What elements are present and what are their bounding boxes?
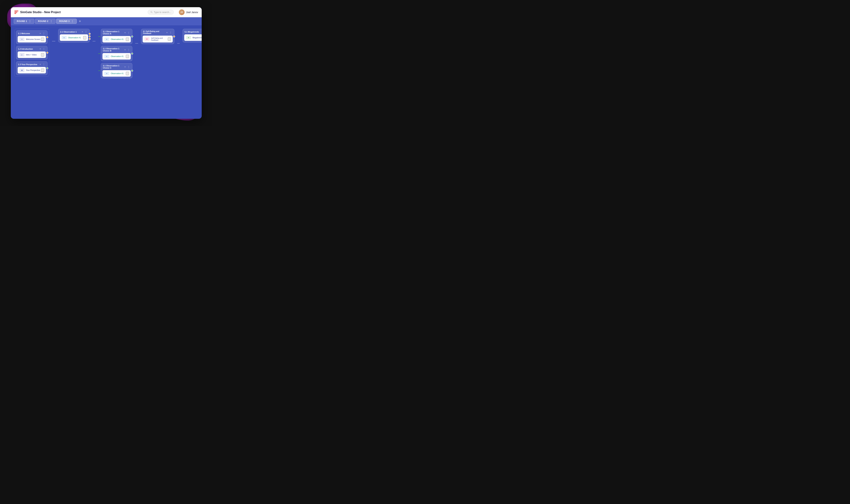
obs-a-thumb-icon: ≡: [106, 38, 107, 40]
choice-a-row: 3.1 Observation 1 Choice A + ⋮ ≡ Observa…: [98, 29, 132, 44]
arrow-line-2-3: [92, 41, 96, 41]
group-1-2-add[interactable]: +: [39, 48, 41, 50]
connector-1-2-right: [47, 52, 48, 54]
group-1-3-add[interactable]: +: [39, 63, 41, 66]
group-4-1-actions: + ⋮: [166, 31, 172, 34]
scene-obs-a-left: ≡ Observation #1: [104, 37, 123, 41]
selfrating-thumb-icon: ⊕: [146, 38, 148, 40]
welcome-thumb-icon: ≡: [21, 38, 22, 40]
svg-line-1: [152, 13, 152, 13]
scene-selfrating-menu[interactable]: ⋮: [168, 37, 171, 41]
navbar: SimGate Studio - New Project Type to sea…: [11, 7, 202, 17]
column-2: 2.1 Observation 1 + ⋮ ≡ Observation #1 ⋮: [58, 29, 90, 42]
logo: SimGate Studio - New Project: [14, 11, 61, 14]
scene-obs-c-left: ≡ Observation #1: [104, 72, 123, 75]
scene-welcome-screen[interactable]: ≡ Welcome Screen ⋮: [18, 36, 46, 42]
group-1-3-menu[interactable]: ⋮: [42, 63, 46, 66]
scene-your-perspective[interactable]: ▦ Your Perspective ⋮: [18, 67, 46, 73]
group-1-2-title: 1.2 Introduction: [18, 48, 33, 50]
group-2-1: 2.1 Observation 1 + ⋮ ≡ Observation #1 ⋮: [58, 29, 90, 42]
group-3-1c: 3.1 Observation 1 Choice C + ⋮ ≡ Observa…: [101, 63, 132, 78]
main-window: SimGate Studio - New Project Type to sea…: [11, 7, 202, 119]
column-1: 1.1 Welcome + ⋮ ≡ Welcome Screen: [14, 29, 49, 77]
group-2-1-title: 2.1 Observation 1: [60, 31, 77, 33]
search-bar[interactable]: Type to search...: [148, 10, 174, 15]
scene-obs-b-menu[interactable]: ⋮: [126, 55, 129, 58]
scene-obs-choice-c[interactable]: ≡ Observation #1 ⋮: [102, 70, 131, 77]
scene-obs-c-name: Observation #1: [111, 72, 123, 74]
group-1-1-actions: + ⋮: [39, 32, 46, 35]
scene-obs-b-left: ≡ Observation #1: [104, 55, 123, 58]
group-3-1c-add[interactable]: +: [124, 66, 126, 68]
scene-intro-menu[interactable]: ⋮: [41, 53, 44, 56]
scene-obs-b-thumb: ≡: [104, 55, 109, 58]
scene-obs-a-thumb: ≡: [104, 37, 109, 41]
connector-4-right: [173, 36, 175, 37]
scene-welcome-menu[interactable]: ⋮: [41, 38, 44, 41]
arrow-line-3-4: [135, 43, 138, 43]
group-3-1b-menu[interactable]: ⋮: [127, 49, 131, 51]
scene-intro-video[interactable]: ▷ Intro + Video ⋮: [18, 52, 46, 58]
arrow-1-2: [52, 41, 55, 41]
scene-selfrating[interactable]: ⊕ Self-Rating and Feedback ⋮: [143, 36, 173, 42]
avatar: JJ: [179, 10, 185, 15]
scene-selfrating-left: ⊕ Self-Rating and Feedback: [144, 37, 168, 41]
group-3-1c-menu[interactable]: ⋮: [127, 66, 131, 68]
tab-round1-label: ROUND 1: [17, 20, 27, 22]
scene-perspective-menu[interactable]: ⋮: [41, 69, 44, 72]
tab-round2-menu[interactable]: ⋮: [50, 20, 53, 23]
scene-obs1-thumb: ≡: [62, 36, 67, 39]
tab-round1[interactable]: ROUND 1 ⋮: [14, 19, 34, 24]
tab-round3-menu[interactable]: ⋮: [71, 20, 74, 23]
group-1-1-menu[interactable]: ⋮: [42, 32, 46, 35]
group-3-1b-header: 3.1 Observation 1 Choice B + ⋮: [102, 48, 131, 52]
scene-observation1[interactable]: ≡ Observation #1 ⋮: [60, 34, 88, 41]
group-3-1b-add[interactable]: +: [124, 49, 126, 51]
group-1-1-header: 1.1 Welcome + ⋮: [18, 32, 46, 35]
connector-3b-right: [131, 53, 133, 55]
tab-round1-menu[interactable]: ⋮: [29, 20, 31, 23]
tab-round2[interactable]: ROUND 2 ⋮: [35, 19, 55, 24]
scene-obs-c-menu[interactable]: ⋮: [126, 72, 129, 75]
scene-megatrends-left: ⊕ Megatrends: [186, 36, 202, 39]
group-4-1-add[interactable]: +: [166, 31, 168, 34]
search-icon: [150, 11, 153, 13]
group-1-3-header: 1.3 Your Perspective + ⋮: [18, 63, 46, 66]
group-4-1-menu[interactable]: ⋮: [169, 31, 172, 34]
scene-obs1-menu[interactable]: ⋮: [83, 36, 86, 39]
group-5-1-header: 5.1 Megatrends + ⋮: [184, 31, 202, 33]
group-3-1c-actions: + ⋮: [124, 66, 131, 68]
canvas: 1.1 Welcome + ⋮ ≡ Welcome Screen: [11, 25, 202, 119]
group-1-2-menu[interactable]: ⋮: [42, 48, 46, 50]
scene-intro-thumb: ▷: [19, 53, 24, 56]
arrow-3-4: [135, 29, 138, 43]
tab-round3[interactable]: ROUND 3 ⋮: [56, 19, 77, 24]
group-4-1-title: 4.1 Self-Rating and Feedback: [143, 31, 166, 34]
round-tabs: ROUND 1 ⋮ ROUND 2 ⋮ ROUND 3 ⋮ +: [11, 17, 202, 25]
group-3-1b-actions: + ⋮: [124, 49, 131, 51]
connector-1-1-right: [47, 36, 48, 38]
tab-round3-label: ROUND 3: [59, 20, 70, 22]
group-3-1a-title: 3.1 Observation 1 Choice A: [103, 31, 124, 35]
connector-2-1a: [89, 33, 91, 35]
group-1-1-add[interactable]: +: [39, 32, 41, 35]
group-3-1a-menu[interactable]: ⋮: [127, 31, 131, 34]
group-3-1a-add[interactable]: +: [124, 31, 126, 34]
column-4: 4.1 Self-Rating and Feedback + ⋮ ⊕ Self-…: [141, 29, 174, 44]
scene-obs-choice-a[interactable]: ≡ Observation #1 ⋮: [102, 36, 131, 42]
search-placeholder: Type to search...: [154, 11, 171, 14]
group-2-1-menu[interactable]: ⋮: [84, 31, 88, 33]
scene-obs-a-menu[interactable]: ⋮: [126, 38, 129, 41]
tab-round2-label: ROUND 2: [38, 20, 49, 22]
scene-megatrends-name: Megatrends: [192, 37, 202, 39]
scene-megatrends[interactable]: ⊕ Megatrends ⋮: [184, 34, 202, 41]
connector-2-1-stack: [89, 33, 91, 40]
arrow-line-1-2: [52, 41, 55, 41]
scene-intro-left: ▷ Intro + Video: [19, 53, 37, 56]
perspective-thumb-icon: ▦: [21, 70, 23, 71]
group-2-1-add[interactable]: +: [81, 31, 84, 33]
add-round-button[interactable]: +: [77, 19, 83, 24]
scene-obs-choice-b[interactable]: ≡ Observation #1 ⋮: [102, 53, 131, 59]
group-1-1-title: 1.1 Welcome: [18, 32, 30, 35]
group-1-3-actions: + ⋮: [39, 63, 46, 66]
